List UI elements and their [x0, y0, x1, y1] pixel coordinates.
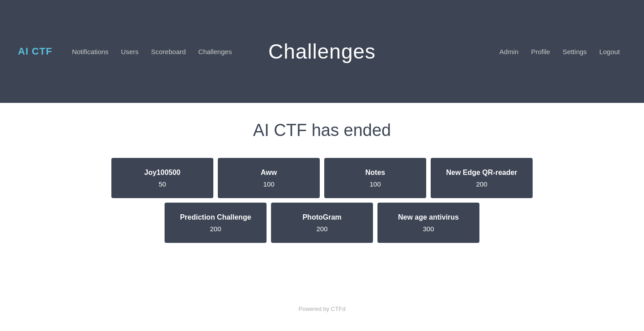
challenge-card-prediction[interactable]: Prediction Challenge 200: [165, 203, 267, 243]
challenge-name: Notes: [365, 169, 385, 177]
nav-link-logout[interactable]: Logout: [593, 44, 626, 59]
nav-link-notifications[interactable]: Notifications: [66, 44, 115, 59]
challenge-name: PhotoGram: [302, 213, 341, 221]
challenge-name: New age antivirus: [398, 213, 459, 221]
nav-link-users[interactable]: Users: [115, 44, 145, 59]
nav-link-challenges[interactable]: Challenges: [192, 44, 238, 59]
challenge-points: 50: [159, 180, 166, 188]
challenges-grid: Joy100500 50 Aww 100 Notes 100 New Edge …: [76, 158, 568, 243]
challenge-card-joy100500[interactable]: Joy100500 50: [111, 158, 213, 198]
nav-link-admin[interactable]: Admin: [493, 44, 525, 59]
footer-text: Powered by CTFd: [299, 306, 346, 312]
nav-left: AI CTF Notifications Users Scoreboard Ch…: [18, 44, 238, 59]
nav-right: Admin Profile Settings Logout: [493, 44, 626, 59]
nav-link-scoreboard[interactable]: Scoreboard: [145, 44, 192, 59]
navbar: AI CTF Notifications Users Scoreboard Ch…: [0, 0, 644, 103]
challenge-name: Prediction Challenge: [180, 213, 251, 221]
challenge-points: 200: [476, 180, 487, 188]
challenge-name: Aww: [261, 169, 277, 177]
challenge-points: 300: [423, 225, 434, 233]
challenge-name: New Edge QR-reader: [446, 169, 517, 177]
challenge-card-antivirus[interactable]: New age antivirus 300: [377, 203, 479, 243]
footer: Powered by CTFd: [0, 297, 644, 321]
challenge-points: 200: [210, 225, 221, 233]
brand-ctf: CTF: [29, 46, 52, 57]
page-title: Challenges: [268, 39, 376, 64]
challenge-card-aww[interactable]: Aww 100: [218, 158, 320, 198]
challenge-points: 100: [369, 180, 381, 188]
challenge-points: 100: [263, 180, 274, 188]
nav-link-settings[interactable]: Settings: [556, 44, 593, 59]
challenge-points: 200: [316, 225, 327, 233]
challenge-name: Joy100500: [144, 169, 181, 177]
challenge-card-photogram[interactable]: PhotoGram 200: [271, 203, 373, 243]
challenge-card-new-edge-qr[interactable]: New Edge QR-reader 200: [431, 158, 533, 198]
brand-logo[interactable]: AI CTF: [18, 46, 52, 57]
main-content: AI CTF has ended Joy100500 50 Aww 100 No…: [0, 103, 644, 270]
brand-ai: AI: [18, 46, 29, 57]
ended-message: AI CTF has ended: [9, 121, 635, 140]
challenge-card-notes[interactable]: Notes 100: [324, 158, 426, 198]
nav-link-profile[interactable]: Profile: [525, 44, 556, 59]
